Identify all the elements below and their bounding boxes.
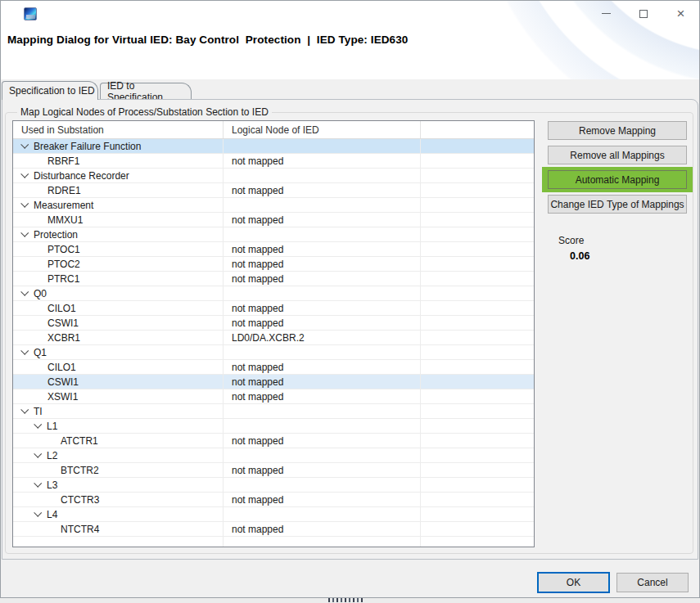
chevron-down-icon[interactable] <box>34 449 42 457</box>
remove-mapping-button[interactable]: Remove Mapping <box>548 121 687 140</box>
table-row[interactable]: Protection <box>13 227 534 242</box>
node-label: MMXU1 <box>47 214 83 226</box>
column-header-extra[interactable] <box>421 121 534 138</box>
tree-indent <box>13 499 47 500</box>
column-header-logical-node-of-ied[interactable]: Logical Node of IED <box>224 121 421 138</box>
extra-cell <box>421 463 534 477</box>
used-in-substation-cell: CTCTR3 <box>13 493 224 506</box>
tree-table-body: Breaker Failure FunctionRBRF1not mappedD… <box>13 139 534 547</box>
automatic-mapping-button[interactable]: Automatic Mapping <box>548 170 687 189</box>
chevron-down-icon[interactable] <box>34 479 42 487</box>
table-row[interactable]: PTOC1not mapped <box>13 242 534 257</box>
column-header-used-in-substation[interactable]: Used in Substation <box>13 121 224 138</box>
extra-cell <box>421 507 534 521</box>
table-row[interactable]: PTRC1not mapped <box>13 272 534 286</box>
extra-cell <box>421 213 534 227</box>
table-row[interactable]: L2 <box>13 448 534 463</box>
dialog-header: × Mapping Dialog for Virtual IED: Bay Co… <box>1 1 699 79</box>
chevron-down-icon[interactable] <box>20 169 29 178</box>
logical-node-cell <box>224 478 421 492</box>
table-row[interactable]: RBRF1not mapped <box>13 154 534 169</box>
table-row[interactable]: RDRE1not mapped <box>13 183 534 198</box>
table-row[interactable]: L4 <box>13 507 534 522</box>
node-label: RDRE1 <box>47 185 81 196</box>
used-in-substation-cell: ATCTR1 <box>13 434 224 448</box>
ok-button[interactable]: OK <box>537 572 610 593</box>
chevron-down-icon[interactable] <box>20 346 29 354</box>
tree-indent <box>13 455 34 456</box>
app-icon <box>24 7 37 20</box>
minimize-button[interactable] <box>587 1 625 26</box>
table-row[interactable]: PTOC2not mapped <box>13 257 534 272</box>
table-row[interactable]: BTCTR2not mapped <box>13 463 534 478</box>
table-row[interactable]: TI <box>13 404 534 419</box>
tree-indent <box>13 440 47 441</box>
node-label: RBRF1 <box>47 155 79 167</box>
table-row[interactable]: CILO1not mapped <box>13 360 534 375</box>
maximize-button[interactable] <box>625 1 662 26</box>
remove-all-mappings-button[interactable]: Remove all Mappings <box>548 146 687 164</box>
node-label: CSWI1 <box>47 376 79 388</box>
chevron-down-icon[interactable] <box>20 228 29 236</box>
background-window-sliver <box>0 598 700 603</box>
table-row[interactable]: Breaker Failure Function <box>13 139 534 154</box>
logical-node-cell: not mapped <box>224 316 421 330</box>
used-in-substation-cell: CILO1 <box>13 360 224 374</box>
close-button[interactable]: × <box>662 1 699 26</box>
table-row[interactable]: XCBR1LD0/DA.XCBR.2 <box>13 331 534 345</box>
table-row[interactable]: NTCTR4not mapped <box>13 522 534 537</box>
table-row[interactable]: CSWI1not mapped <box>13 375 534 389</box>
used-in-substation-cell: Disturbance Recorder <box>13 169 224 182</box>
extra-cell <box>421 389 534 403</box>
tree-indent <box>13 484 34 485</box>
score-value: 0.06 <box>570 250 589 262</box>
node-label: PTRC1 <box>47 273 79 285</box>
extra-cell <box>421 286 534 300</box>
logical-node-cell <box>224 507 421 521</box>
extra-cell <box>421 345 534 359</box>
cancel-button[interactable]: Cancel <box>616 573 689 592</box>
table-row[interactable]: Disturbance Recorder <box>13 169 534 183</box>
table-row[interactable]: L3 <box>13 478 534 493</box>
extra-cell <box>421 183 534 197</box>
chevron-down-icon[interactable] <box>20 199 29 207</box>
logical-node-cell <box>224 448 421 462</box>
table-row[interactable]: Q0 <box>13 286 534 301</box>
extra-cell <box>421 272 534 286</box>
table-row[interactable]: MMXU1not mapped <box>13 213 534 227</box>
chevron-down-icon[interactable] <box>20 287 29 295</box>
node-label: Q1 <box>34 347 47 358</box>
table-row[interactable]: CSWI1not mapped <box>13 316 534 331</box>
empty-cell <box>13 537 224 547</box>
node-label: ATCTR1 <box>61 435 98 447</box>
used-in-substation-cell: PTOC2 <box>13 257 224 271</box>
tree-indent <box>13 205 21 205</box>
node-label: L2 <box>47 450 57 461</box>
mapping-tree-table: Used in Substation Logical Node of IED B… <box>12 120 535 547</box>
used-in-substation-cell: Q1 <box>13 345 224 359</box>
used-in-substation-cell: CSWI1 <box>13 316 224 330</box>
table-row[interactable]: Q1 <box>13 345 534 360</box>
table-row[interactable]: Measurement <box>13 198 534 213</box>
table-row[interactable]: CTCTR3not mapped <box>13 493 534 507</box>
tree-indent <box>13 529 47 529</box>
chevron-down-icon[interactable] <box>20 140 29 148</box>
change-ied-type-button[interactable]: Change IED Type of Mappings <box>548 195 687 214</box>
table-row[interactable]: L1 <box>13 419 534 434</box>
tab-ied-to-specification[interactable]: IED to Specification <box>100 83 192 99</box>
table-row[interactable]: XSWI1not mapped <box>13 389 534 404</box>
chevron-down-icon[interactable] <box>20 405 29 413</box>
table-row[interactable]: ATCTR1not mapped <box>13 434 534 448</box>
table-row[interactable]: CILO1not mapped <box>13 301 534 316</box>
extra-cell <box>421 448 534 462</box>
logical-node-cell: not mapped <box>224 434 421 448</box>
logical-node-cell <box>224 286 421 300</box>
extra-cell <box>421 331 534 344</box>
chevron-down-icon[interactable] <box>34 420 42 428</box>
chevron-down-icon[interactable] <box>34 508 42 516</box>
node-label: L1 <box>47 421 57 432</box>
used-in-substation-cell: RBRF1 <box>13 154 224 168</box>
logical-node-cell: not mapped <box>224 375 421 389</box>
node-label: XSWI1 <box>47 391 78 403</box>
tab-specification-to-ied[interactable]: Specification to IED <box>2 81 98 100</box>
